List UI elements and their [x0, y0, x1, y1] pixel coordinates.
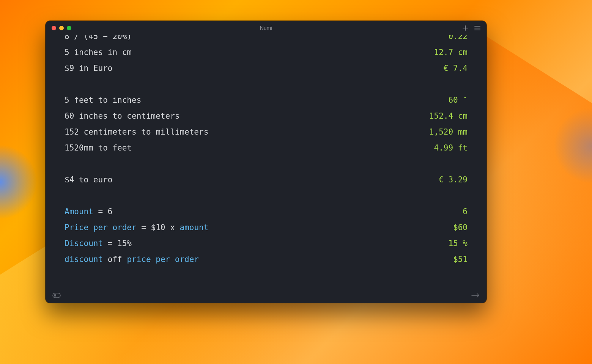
expression[interactable]: $4 to euro	[65, 172, 112, 188]
result: 15 %	[448, 235, 468, 251]
calc-line[interactable]: 5 inches in cm12.7 cm	[65, 44, 468, 60]
calc-line[interactable]: Amount = 66	[65, 204, 468, 220]
desktop-wallpaper: Numi 8 / (45 − 20%)0.225 inches in cm12.…	[0, 0, 592, 364]
arrow-right-icon	[471, 293, 480, 298]
calc-line[interactable]: $9 in Euro€ 7.4	[65, 60, 468, 76]
expression[interactable]: 1520mm to feet	[65, 140, 132, 156]
expression[interactable]: $9 in Euro	[65, 60, 112, 76]
expression[interactable]: 60 inches to centimeters	[65, 108, 179, 124]
new-note-button[interactable]	[462, 25, 468, 31]
calc-line[interactable]: 8 / (45 − 20%)0.22	[65, 35, 468, 44]
menu-button[interactable]	[474, 25, 480, 31]
result: € 7.4	[444, 60, 468, 76]
calculator-editor[interactable]: 8 / (45 − 20%)0.225 inches in cm12.7 cm$…	[46, 35, 487, 289]
result: 0.22	[448, 35, 468, 44]
expression[interactable]: 5 inches in cm	[65, 44, 132, 60]
result: 4.99 ft	[434, 140, 468, 156]
result: $60	[453, 220, 468, 235]
expression[interactable]: Amount = 6	[65, 204, 112, 220]
window-zoom-button[interactable]	[67, 26, 71, 30]
numi-window: Numi 8 / (45 − 20%)0.225 inches in cm12.…	[46, 21, 487, 303]
toggle-button[interactable]	[52, 293, 61, 298]
titlebar[interactable]: Numi	[46, 21, 487, 35]
window-title: Numi	[46, 25, 487, 31]
calc-line[interactable]: 1520mm to feet4.99 ft	[65, 140, 468, 156]
footer	[46, 289, 487, 303]
result: $51	[453, 251, 468, 267]
window-close-button[interactable]	[52, 26, 56, 30]
result: 6	[463, 204, 468, 220]
calc-line[interactable]: $4 to euro€ 3.29	[65, 172, 468, 188]
expression[interactable]: Price per order = $10 x amount	[65, 220, 208, 235]
calc-line[interactable]: Price per order = $10 x amount$60	[65, 220, 468, 235]
result: 12.7 cm	[434, 44, 468, 60]
result: 152.4 cm	[429, 108, 468, 124]
continue-button[interactable]	[471, 293, 480, 298]
expression[interactable]: Discount = 15%	[65, 235, 132, 251]
window-minimize-button[interactable]	[59, 26, 64, 30]
blank-line	[65, 188, 468, 204]
toggle-icon	[52, 293, 61, 298]
expression[interactable]: discount off price per order	[65, 251, 199, 267]
blank-line	[65, 156, 468, 172]
result: 1,520 mm	[429, 124, 468, 140]
calc-line[interactable]: 5 feet to inches60 ″	[65, 92, 468, 108]
expression[interactable]: 152 centimeters to millimeters	[65, 124, 208, 140]
expression[interactable]: 5 feet to inches	[65, 92, 141, 108]
svg-point-6	[54, 294, 56, 297]
calc-line[interactable]: discount off price per order$51	[65, 251, 468, 267]
blank-line	[65, 76, 468, 92]
calc-line[interactable]: 152 centimeters to millimeters1,520 mm	[65, 124, 468, 140]
plus-icon	[462, 25, 468, 31]
traffic-lights	[52, 26, 71, 30]
result: 60 ″	[448, 92, 468, 108]
hamburger-icon	[474, 25, 480, 31]
expression[interactable]: 8 / (45 − 20%)	[65, 35, 132, 44]
calc-line[interactable]: 60 inches to centimeters152.4 cm	[65, 108, 468, 124]
calc-line[interactable]: Discount = 15%15 %	[65, 235, 468, 251]
result: € 3.29	[439, 172, 468, 188]
